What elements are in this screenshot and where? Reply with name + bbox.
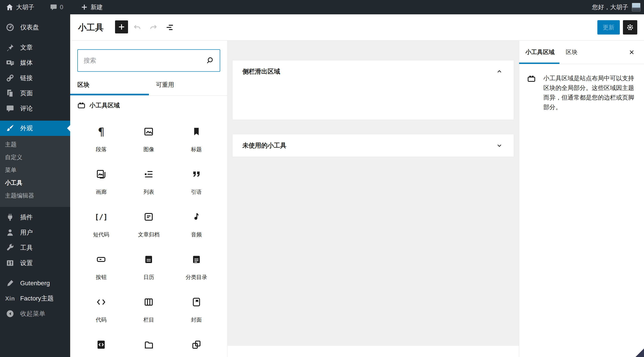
block-item-calendar[interactable]: 日历: [125, 247, 172, 289]
sidebar-item-label: Gutenberg: [20, 280, 50, 287]
submenu-item-menus[interactable]: 菜单: [0, 164, 70, 176]
panel-header[interactable]: 未使用的小工具: [232, 134, 514, 157]
avatar[interactable]: [632, 3, 640, 12]
account-menu[interactable]: 您好，大胡子: [592, 3, 628, 11]
undo-icon: [132, 23, 142, 32]
settings-sidebar: 小工具区域 区块 小工具区域是站点布局中可以支持区块的全局部分。这些区域因主题而…: [519, 40, 644, 357]
paintbrush-icon: [6, 124, 15, 132]
sidebar-item-xin-factory-theme[interactable]: Xin Factory主题: [0, 291, 70, 306]
block-search-box: [77, 49, 220, 72]
block-item-shortcode[interactable]: [/] 短代码: [77, 204, 125, 247]
sidebar-item-posts[interactable]: 文章: [0, 40, 70, 55]
block-item-quote[interactable]: 引语: [173, 162, 220, 204]
update-button[interactable]: 更新: [597, 20, 620, 34]
submenu-item-themes[interactable]: 主题: [0, 138, 70, 151]
settings-tabs: 小工具区域 区块: [519, 40, 644, 64]
columns-icon: [143, 296, 154, 308]
block-item-audio[interactable]: 音频: [173, 204, 220, 247]
block-item-group[interactable]: [173, 332, 220, 357]
tab-widget-area[interactable]: 小工具区域: [519, 40, 560, 64]
submenu-item-theme-editor[interactable]: 主题编辑器: [0, 189, 70, 202]
block-item-button[interactable]: 按钮: [77, 247, 125, 289]
link-icon: [6, 74, 15, 82]
submenu-item-widgets[interactable]: 小工具: [0, 176, 70, 189]
sidebar-item-comments[interactable]: 评论: [0, 101, 70, 116]
chevron-down-icon[interactable]: [496, 142, 503, 149]
submenu-item-customize[interactable]: 自定义: [0, 151, 70, 164]
new-label: 新建: [90, 3, 103, 11]
gallery-icon: [96, 169, 106, 180]
sidebar-item-label: 设置: [20, 259, 33, 267]
sidebar-item-settings[interactable]: 设置: [0, 256, 70, 271]
widget-area-icon: [527, 74, 536, 83]
block-item-gallery[interactable]: 画廊: [77, 162, 125, 204]
tab-blocks[interactable]: 区块: [70, 74, 149, 95]
sidebar-item-gutenberg[interactable]: Gutenberg: [0, 276, 70, 291]
block-item-columns[interactable]: 栏目: [125, 289, 172, 332]
group-icon: [191, 339, 202, 350]
site-menu[interactable]: 大胡子: [6, 3, 34, 11]
sidebar-item-label: 外观: [20, 124, 33, 132]
chevron-up-icon[interactable]: [496, 68, 503, 75]
code-icon: [96, 296, 106, 308]
xin-logo: Xin: [6, 295, 15, 302]
plus-icon: [117, 22, 126, 32]
sidebar-item-pages[interactable]: 页面: [0, 86, 70, 101]
description-text: 小工具区域是站点布局中可以支持区块的全局部分。这些区域因主题而异，但通常都是您的…: [543, 74, 635, 112]
widget-area-description: 小工具区域是站点布局中可以支持区块的全局部分。这些区域因主题而异，但通常都是您的…: [519, 64, 644, 112]
pencil-icon: [6, 279, 15, 288]
list-view-icon: [165, 23, 175, 32]
block-item-categories[interactable]: 分类目录: [173, 247, 220, 289]
block-item-list[interactable]: 列表: [125, 162, 172, 204]
block-item-cover[interactable]: 封面: [173, 289, 220, 332]
block-item-paragraph[interactable]: ¶ 段落: [77, 119, 125, 162]
list-view-button[interactable]: [165, 23, 175, 33]
sidebar-item-label: 插件: [20, 213, 33, 222]
redo-button[interactable]: [148, 23, 158, 33]
widget-area-panel-sidebar-slideout: 侧栏滑出区域: [232, 60, 514, 120]
tab-reusable[interactable]: 可重用: [149, 74, 228, 95]
comments-shortcut[interactable]: 0: [50, 4, 63, 11]
widget-area-panel-inactive-widgets: 未使用的小工具: [232, 134, 514, 157]
sidebar-item-label: 仪表盘: [20, 23, 39, 32]
search-input[interactable]: [78, 57, 206, 64]
sidebar-item-media[interactable]: 媒体: [0, 55, 70, 70]
button-block-icon: [96, 254, 106, 265]
menu-separator: [0, 35, 70, 40]
sidebar-item-label: 媒体: [20, 58, 33, 67]
sidebar-item-collapse-menu[interactable]: 收起菜单: [0, 306, 70, 321]
home-icon: [6, 3, 14, 11]
block-item-custom-html[interactable]: [77, 332, 125, 357]
shortcode-icon: [/]: [95, 211, 108, 222]
tab-block[interactable]: 区块: [560, 40, 582, 64]
sidebar-item-label: Factory主题: [20, 294, 54, 303]
undo-button[interactable]: [132, 23, 142, 33]
sidebar-item-label: 用户: [20, 228, 33, 237]
corner-resize-artifact: [636, 348, 644, 357]
sidebar-item-tools[interactable]: 工具: [0, 240, 70, 256]
redo-icon: [149, 23, 158, 32]
panel-header[interactable]: 侧栏滑出区域: [232, 60, 514, 83]
panel-title: 侧栏滑出区域: [242, 67, 280, 76]
sidebar-item-plugins[interactable]: 插件: [0, 210, 70, 225]
settings-toggle-button[interactable]: [623, 20, 637, 34]
block-item-image[interactable]: 图像: [125, 119, 172, 162]
sidebar-item-label: 收起菜单: [20, 310, 45, 318]
sidebar-item-users[interactable]: 用户: [0, 225, 70, 240]
search-icon: [206, 56, 220, 65]
blocks-grid: ¶ 段落 图像 标题 画廊 列表: [77, 119, 220, 357]
block-item-code[interactable]: 代码: [77, 289, 125, 332]
close-sidebar-button[interactable]: [628, 40, 644, 64]
sidebar-item-dashboard[interactable]: 仪表盘: [0, 20, 70, 35]
sidebar-item-links[interactable]: 链接: [0, 70, 70, 86]
sidebar-item-appearance[interactable]: 外观: [0, 121, 70, 136]
admin-menu: 仪表盘 文章 媒体 链接 页面 评论 外观 主题: [0, 14, 70, 357]
new-content-menu[interactable]: 新建: [81, 3, 103, 11]
block-item-file[interactable]: [125, 332, 172, 357]
sliders-icon: [6, 259, 15, 267]
block-inserter-toggle-button[interactable]: [115, 20, 128, 34]
block-item-archives[interactable]: 文章归档: [125, 204, 172, 247]
bookmark-icon: [191, 126, 202, 137]
block-item-heading[interactable]: 标题: [173, 119, 220, 162]
audio-note-icon: [191, 211, 202, 222]
